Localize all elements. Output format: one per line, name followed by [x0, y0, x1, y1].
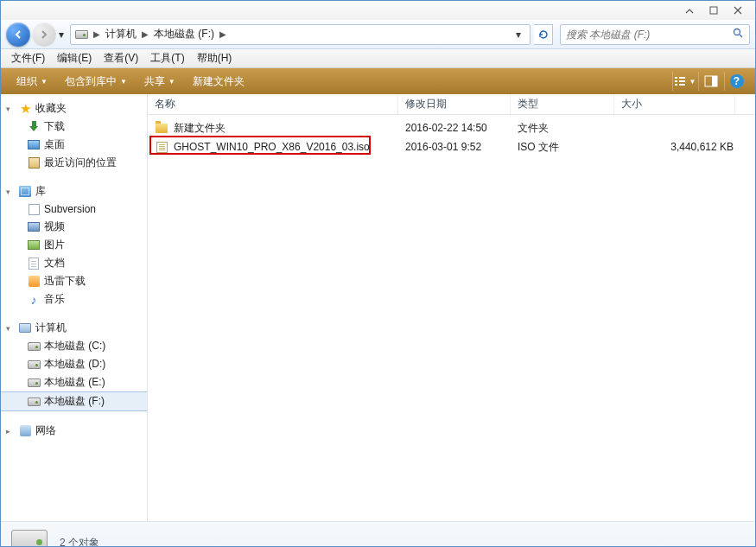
sidebar-group-libraries: ▾库 Subversion 视频 图片 文档 迅雷下载 ♪音乐	[1, 182, 147, 308]
main-area: ▾★收藏夹 下载 桌面 最近访问的位置 ▾库 Subversion 视频 图片 …	[1, 94, 755, 521]
drive-icon	[27, 358, 41, 372]
music-icon: ♪	[27, 293, 41, 307]
sidebar-group-network: ▸网络	[1, 422, 147, 440]
chevron-right-icon[interactable]: ▶	[92, 29, 102, 39]
status-bar: 2 个对象	[1, 521, 755, 547]
command-bar: 组织▼ 包含到库中▼ 共享▼ 新建文件夹 ▼ ?	[1, 68, 755, 94]
sidebar-libraries-header[interactable]: ▾库	[1, 182, 147, 200]
chevron-down-icon[interactable]: ▾	[6, 324, 15, 333]
star-icon: ★	[18, 102, 32, 116]
menubar: 文件(F) 编辑(E) 查看(V) 工具(T) 帮助(H)	[1, 49, 755, 68]
sidebar-item-drive-d[interactable]: 本地磁盘 (D:)	[1, 355, 147, 373]
refresh-button[interactable]	[534, 24, 553, 45]
file-list[interactable]: 新建文件夹 2016-02-22 14:50 文件夹 GHOST_WIN10_P…	[148, 115, 755, 521]
menu-file[interactable]: 文件(F)	[6, 49, 50, 67]
help-icon: ?	[730, 74, 744, 88]
sidebar-item-documents[interactable]: 文档	[1, 254, 147, 272]
preview-pane-button[interactable]	[698, 72, 722, 91]
search-icon[interactable]	[733, 28, 744, 41]
sidebar-item-drive-c[interactable]: 本地磁盘 (C:)	[1, 337, 147, 355]
column-name[interactable]: 名称	[148, 94, 398, 114]
list-item[interactable]: GHOST_WIN10_PRO_X86_V2016_03.iso 2016-03…	[148, 137, 755, 156]
cmd-include-library[interactable]: 包含到库中▼	[56, 68, 136, 94]
sidebar-item-videos[interactable]: 视频	[1, 218, 147, 236]
sidebar-label: 网络	[35, 423, 56, 438]
list-item[interactable]: 新建文件夹 2016-02-22 14:50 文件夹	[148, 118, 755, 137]
cmd-new-folder[interactable]: 新建文件夹	[184, 68, 253, 94]
column-type[interactable]: 类型	[511, 94, 614, 114]
maximize-button[interactable]	[702, 3, 726, 18]
download-icon	[27, 120, 41, 134]
cmd-share[interactable]: 共享▼	[136, 68, 184, 94]
video-icon	[27, 220, 41, 234]
svg-rect-4	[675, 84, 677, 86]
sidebar: ▾★收藏夹 下载 桌面 最近访问的位置 ▾库 Subversion 视频 图片 …	[1, 94, 148, 521]
minimize-button[interactable]	[677, 3, 702, 18]
sidebar-item-drive-e[interactable]: 本地磁盘 (E:)	[1, 373, 147, 391]
sidebar-item-pictures[interactable]: 图片	[1, 236, 147, 254]
svg-rect-0	[710, 7, 717, 14]
back-button[interactable]	[6, 22, 30, 47]
iso-icon	[155, 140, 168, 154]
sidebar-group-favorites: ▾★收藏夹 下载 桌面 最近访问的位置	[1, 99, 147, 172]
sidebar-label: 计算机	[35, 321, 67, 335]
sidebar-item-subversion[interactable]: Subversion	[1, 200, 147, 218]
sidebar-item-recent[interactable]: 最近访问的位置	[1, 154, 147, 172]
svg-rect-2	[675, 77, 677, 79]
chevron-down-icon[interactable]: ▾	[6, 188, 15, 196]
search-input[interactable]	[566, 29, 733, 41]
status-text: 2 个对象	[60, 536, 99, 547]
nav-row: ▾ ▶ 计算机 ▶ 本地磁盘 (F:) ▶ ▾	[1, 20, 755, 49]
menu-help[interactable]: 帮助(H)	[192, 49, 238, 67]
column-size[interactable]: 大小	[614, 94, 735, 114]
drive-icon	[27, 395, 41, 409]
menu-edit[interactable]: 编辑(E)	[52, 49, 97, 67]
sidebar-item-music[interactable]: ♪音乐	[1, 290, 147, 308]
breadcrumb-dropdown[interactable]: ▾	[511, 29, 526, 41]
sidebar-item-desktop[interactable]: 桌面	[1, 136, 147, 154]
breadcrumb-computer[interactable]: 计算机	[102, 27, 140, 41]
column-headers: 名称 修改日期 类型 大小	[148, 94, 755, 115]
menu-view[interactable]: 查看(V)	[98, 49, 143, 67]
help-button[interactable]: ?	[724, 72, 748, 91]
menu-tools[interactable]: 工具(T)	[145, 49, 189, 67]
sidebar-computer-header[interactable]: ▾计算机	[1, 319, 147, 337]
folder-icon	[155, 121, 168, 135]
svg-rect-3	[675, 80, 677, 82]
chevron-right-icon[interactable]: ▶	[218, 29, 228, 39]
chevron-right-icon[interactable]: ▶	[140, 29, 150, 39]
recent-icon	[27, 156, 41, 170]
history-dropdown[interactable]: ▾	[56, 29, 67, 41]
column-date[interactable]: 修改日期	[398, 94, 511, 114]
picture-icon	[27, 239, 41, 252]
drive-icon	[27, 340, 41, 353]
svg-point-1	[734, 29, 740, 35]
svg-rect-7	[679, 84, 685, 86]
drive-icon	[11, 530, 48, 548]
computer-icon	[18, 321, 32, 335]
svg-rect-9	[712, 76, 717, 86]
forward-button[interactable]	[32, 22, 56, 47]
close-button[interactable]	[726, 3, 750, 18]
breadcrumb-drive[interactable]: 本地磁盘 (F:)	[150, 27, 218, 41]
sidebar-item-drive-f[interactable]: 本地磁盘 (F:)	[1, 391, 147, 411]
sidebar-label: 库	[35, 184, 46, 199]
cmd-organize[interactable]: 组织▼	[8, 68, 56, 94]
view-options-button[interactable]: ▼	[672, 72, 696, 91]
sidebar-label: 收藏夹	[35, 101, 67, 116]
breadcrumb[interactable]: ▶ 计算机 ▶ 本地磁盘 (F:) ▶ ▾	[70, 24, 530, 45]
sidebar-network-header[interactable]: ▸网络	[1, 422, 147, 440]
content-area: 名称 修改日期 类型 大小 新建文件夹 2016-02-22 14:50 文件夹…	[148, 94, 755, 521]
titlebar	[1, 1, 755, 20]
xunlei-icon	[27, 275, 41, 289]
chevron-right-icon[interactable]: ▸	[6, 427, 15, 436]
chevron-down-icon[interactable]: ▾	[6, 105, 15, 113]
sidebar-favorites-header[interactable]: ▾★收藏夹	[1, 99, 147, 118]
sidebar-item-downloads[interactable]: 下载	[1, 118, 147, 136]
sidebar-item-xunlei[interactable]: 迅雷下载	[1, 272, 147, 290]
svg-rect-6	[679, 80, 685, 82]
search-box[interactable]	[560, 24, 750, 45]
svg-rect-5	[679, 77, 685, 79]
sidebar-group-computer: ▾计算机 本地磁盘 (C:) 本地磁盘 (D:) 本地磁盘 (E:) 本地磁盘 …	[1, 319, 147, 411]
drive-icon	[27, 376, 41, 390]
